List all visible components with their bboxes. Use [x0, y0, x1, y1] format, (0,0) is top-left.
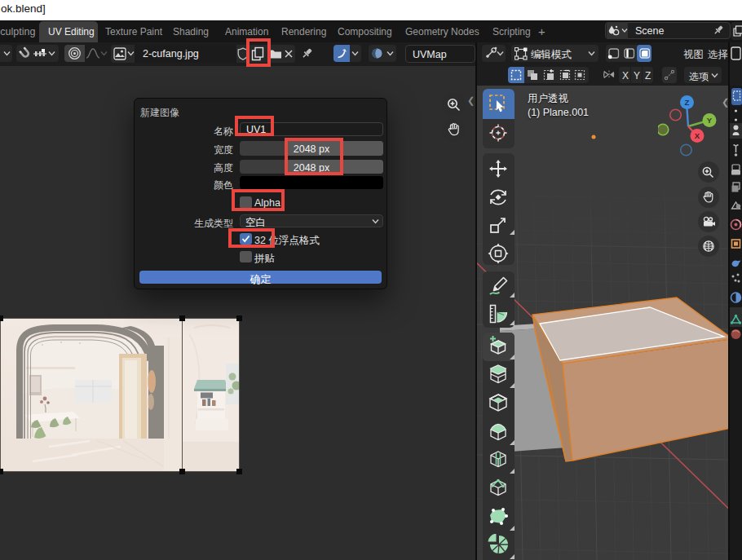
svg-text:Y: Y — [707, 116, 713, 125]
svg-text:X: X — [695, 131, 700, 140]
svg-text:Z: Z — [685, 98, 690, 107]
